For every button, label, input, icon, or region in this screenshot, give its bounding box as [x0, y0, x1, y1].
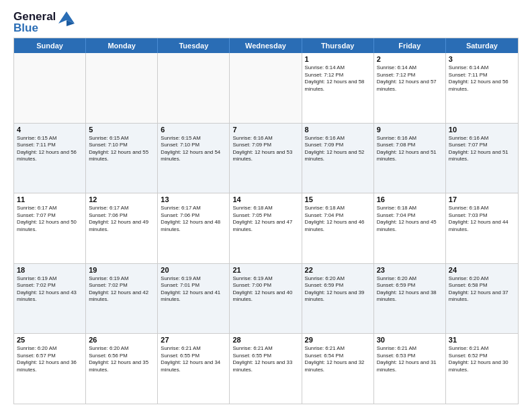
weekday-header: Thursday — [302, 38, 374, 53]
day-info: Sunrise: 6:17 AMSunset: 7:06 PMDaylight:… — [161, 205, 226, 233]
calendar-body: 1 Sunrise: 6:14 AMSunset: 7:12 PMDayligh… — [14, 53, 518, 404]
calendar-row: 4 Sunrise: 6:15 AMSunset: 7:11 PMDayligh… — [14, 123, 518, 193]
day-info: Sunrise: 6:20 AMSunset: 6:58 PMDaylight:… — [449, 275, 515, 304]
day-info: Sunrise: 6:18 AMSunset: 7:05 PMDaylight:… — [232, 205, 298, 233]
weekday-header: Friday — [374, 38, 446, 53]
calendar-cell: 30 Sunrise: 6:21 AMSunset: 6:53 PMDaylig… — [374, 334, 446, 404]
calendar-cell: 1 Sunrise: 6:14 AMSunset: 7:12 PMDayligh… — [302, 53, 374, 123]
day-info: Sunrise: 6:20 AMSunset: 6:59 PMDaylight:… — [377, 275, 443, 304]
header: General Blue — [13, 11, 519, 34]
calendar-cell — [86, 53, 158, 123]
calendar-cell — [158, 53, 230, 123]
calendar-cell: 26 Sunrise: 6:20 AMSunset: 6:56 PMDaylig… — [86, 334, 158, 404]
calendar-row: 18 Sunrise: 6:19 AMSunset: 7:02 PMDaylig… — [14, 263, 518, 334]
calendar-cell: 5 Sunrise: 6:15 AMSunset: 7:10 PMDayligh… — [86, 124, 158, 193]
calendar-cell: 27 Sunrise: 6:21 AMSunset: 6:55 PMDaylig… — [158, 334, 230, 404]
calendar-cell: 25 Sunrise: 6:20 AMSunset: 6:57 PMDaylig… — [14, 334, 86, 404]
calendar-cell: 10 Sunrise: 6:16 AMSunset: 7:07 PMDaylig… — [446, 124, 518, 193]
day-number: 26 — [89, 336, 154, 344]
calendar-cell: 15 Sunrise: 6:18 AMSunset: 7:04 PMDaylig… — [302, 193, 374, 263]
day-info: Sunrise: 6:21 AMSunset: 6:55 PMDaylight:… — [161, 345, 226, 373]
day-number: 7 — [232, 126, 298, 134]
day-info: Sunrise: 6:20 AMSunset: 6:56 PMDaylight:… — [89, 345, 154, 373]
calendar-cell: 31 Sunrise: 6:21 AMSunset: 6:52 PMDaylig… — [446, 334, 518, 404]
day-number: 22 — [305, 266, 371, 274]
day-number: 9 — [377, 126, 443, 134]
weekday-header: Monday — [86, 38, 158, 53]
calendar-cell: 17 Sunrise: 6:18 AMSunset: 7:03 PMDaylig… — [446, 193, 518, 263]
day-number: 5 — [89, 126, 154, 134]
day-number: 3 — [449, 55, 515, 63]
day-number: 17 — [449, 195, 515, 203]
day-number: 29 — [305, 336, 371, 344]
day-info: Sunrise: 6:14 AMSunset: 7:12 PMDaylight:… — [305, 64, 371, 93]
calendar-cell: 9 Sunrise: 6:16 AMSunset: 7:08 PMDayligh… — [374, 124, 446, 193]
logo-blue: Blue — [13, 22, 56, 34]
day-number: 15 — [305, 195, 371, 203]
calendar-cell: 3 Sunrise: 6:14 AMSunset: 7:11 PMDayligh… — [446, 53, 518, 123]
calendar-cell: 4 Sunrise: 6:15 AMSunset: 7:11 PMDayligh… — [14, 124, 86, 193]
page: General Blue SundayMondayTuesdayWednesda… — [0, 0, 532, 411]
day-info: Sunrise: 6:14 AMSunset: 7:11 PMDaylight:… — [449, 64, 515, 93]
day-number: 31 — [449, 336, 515, 344]
day-number: 24 — [449, 266, 515, 274]
logo-general: General — [13, 11, 56, 22]
day-number: 25 — [17, 336, 83, 344]
calendar-cell: 23 Sunrise: 6:20 AMSunset: 6:59 PMDaylig… — [374, 264, 446, 334]
day-number: 27 — [161, 336, 226, 344]
calendar-cell: 8 Sunrise: 6:16 AMSunset: 7:09 PMDayligh… — [302, 124, 374, 193]
day-number: 30 — [377, 336, 443, 344]
day-info: Sunrise: 6:19 AMSunset: 7:00 PMDaylight:… — [232, 275, 298, 304]
day-info: Sunrise: 6:19 AMSunset: 7:01 PMDaylight:… — [161, 275, 226, 304]
calendar-cell: 28 Sunrise: 6:21 AMSunset: 6:55 PMDaylig… — [230, 334, 302, 404]
day-info: Sunrise: 6:17 AMSunset: 7:06 PMDaylight:… — [89, 205, 154, 233]
day-number: 13 — [161, 195, 226, 203]
day-number: 21 — [232, 266, 298, 274]
day-info: Sunrise: 6:21 AMSunset: 6:53 PMDaylight:… — [377, 345, 443, 373]
calendar-row: 25 Sunrise: 6:20 AMSunset: 6:57 PMDaylig… — [14, 333, 518, 404]
calendar-cell: 12 Sunrise: 6:17 AMSunset: 7:06 PMDaylig… — [86, 193, 158, 263]
day-info: Sunrise: 6:16 AMSunset: 7:09 PMDaylight:… — [232, 135, 298, 163]
weekday-header: Wednesday — [230, 38, 302, 53]
day-info: Sunrise: 6:18 AMSunset: 7:04 PMDaylight:… — [305, 205, 371, 233]
calendar-cell: 29 Sunrise: 6:21 AMSunset: 6:54 PMDaylig… — [302, 334, 374, 404]
day-number: 19 — [89, 266, 154, 274]
calendar-cell: 24 Sunrise: 6:20 AMSunset: 6:58 PMDaylig… — [446, 264, 518, 334]
day-number: 12 — [89, 195, 154, 203]
weekday-header: Saturday — [446, 38, 518, 53]
day-number: 14 — [232, 195, 298, 203]
day-info: Sunrise: 6:15 AMSunset: 7:10 PMDaylight:… — [89, 135, 154, 163]
day-info: Sunrise: 6:17 AMSunset: 7:07 PMDaylight:… — [17, 205, 83, 233]
day-number: 10 — [449, 126, 515, 134]
calendar-cell — [14, 53, 86, 123]
day-info: Sunrise: 6:20 AMSunset: 6:57 PMDaylight:… — [17, 345, 83, 373]
logo: General Blue — [13, 11, 76, 34]
day-number: 8 — [305, 126, 371, 134]
logo-bird-icon — [57, 10, 76, 29]
calendar-cell: 2 Sunrise: 6:14 AMSunset: 7:12 PMDayligh… — [374, 53, 446, 123]
calendar-cell: 6 Sunrise: 6:15 AMSunset: 7:10 PMDayligh… — [158, 124, 230, 193]
day-info: Sunrise: 6:20 AMSunset: 6:59 PMDaylight:… — [305, 275, 371, 304]
day-info: Sunrise: 6:21 AMSunset: 6:52 PMDaylight:… — [449, 345, 515, 373]
day-info: Sunrise: 6:16 AMSunset: 7:08 PMDaylight:… — [377, 135, 443, 163]
day-info: Sunrise: 6:15 AMSunset: 7:10 PMDaylight:… — [161, 135, 226, 163]
day-info: Sunrise: 6:15 AMSunset: 7:11 PMDaylight:… — [17, 135, 83, 163]
calendar: SundayMondayTuesdayWednesdayThursdayFrid… — [13, 38, 519, 404]
weekday-header: Tuesday — [158, 38, 230, 53]
calendar-cell: 20 Sunrise: 6:19 AMSunset: 7:01 PMDaylig… — [158, 264, 230, 334]
day-info: Sunrise: 6:21 AMSunset: 6:55 PMDaylight:… — [232, 345, 298, 373]
calendar-cell: 16 Sunrise: 6:18 AMSunset: 7:04 PMDaylig… — [374, 193, 446, 263]
calendar-cell — [230, 53, 302, 123]
day-number: 18 — [17, 266, 83, 274]
day-info: Sunrise: 6:14 AMSunset: 7:12 PMDaylight:… — [377, 64, 443, 93]
day-number: 1 — [305, 55, 371, 63]
day-number: 16 — [377, 195, 443, 203]
day-info: Sunrise: 6:19 AMSunset: 7:02 PMDaylight:… — [89, 275, 154, 304]
calendar-cell: 22 Sunrise: 6:20 AMSunset: 6:59 PMDaylig… — [302, 264, 374, 334]
calendar-cell: 18 Sunrise: 6:19 AMSunset: 7:02 PMDaylig… — [14, 264, 86, 334]
day-number: 6 — [161, 126, 226, 134]
calendar-cell: 14 Sunrise: 6:18 AMSunset: 7:05 PMDaylig… — [230, 193, 302, 263]
calendar-cell: 13 Sunrise: 6:17 AMSunset: 7:06 PMDaylig… — [158, 193, 230, 263]
day-number: 4 — [17, 126, 83, 134]
day-number: 20 — [161, 266, 226, 274]
